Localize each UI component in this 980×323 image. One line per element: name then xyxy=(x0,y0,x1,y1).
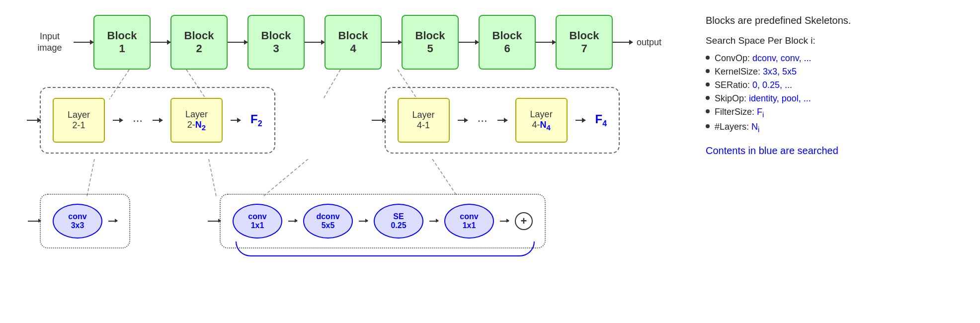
bullet-skipop: SkipOp: identity, pool, ... xyxy=(706,93,965,104)
f2-label: F2 xyxy=(250,112,262,128)
arrow-5 xyxy=(459,42,479,43)
mid-arrow-1a xyxy=(113,120,123,121)
bullet-seratio: SERatio: 0, 0.25, ... xyxy=(706,80,965,90)
panel-title: Blocks are predefined Skeletons. xyxy=(706,15,965,26)
block-box-3: Block 3 xyxy=(247,15,305,70)
bullet-dot-2 xyxy=(706,82,710,86)
bullet-list: ConvOp: dconv, conv, ... KernelSize: 3x3… xyxy=(706,53,965,133)
layer-4-n: Layer 4-N4 xyxy=(515,98,568,143)
bullet-seratio-text: SERatio: 0, 0.25, ... xyxy=(715,80,792,90)
layer-group-2: Layer 4-1 ··· Layer 4-N4 F4 xyxy=(385,87,620,154)
layer-group-1: Layer 2-1 ··· Layer 2-N2 F2 xyxy=(40,87,275,154)
layer-4-n-l2: 4-N4 xyxy=(532,120,550,132)
f4-sub: 4 xyxy=(602,119,607,128)
f4-label: F4 xyxy=(595,112,607,128)
block-5-line2: 5 xyxy=(427,42,433,55)
mid-arrow-2a xyxy=(458,120,468,121)
bullet-convop-value: dconv, conv, ... xyxy=(752,53,811,63)
output-label: output xyxy=(637,37,661,48)
block-box-7: Block 7 xyxy=(556,15,613,70)
entry-arrow-group1 xyxy=(27,120,41,121)
block-5-line1: Block xyxy=(415,29,445,42)
svg-line-7 xyxy=(432,159,457,196)
layer-2-1: Layer 2-1 xyxy=(53,98,105,143)
op-conv1x1a-l2: 1x1 xyxy=(251,221,264,230)
bullet-layers-value: Ni xyxy=(751,122,759,132)
ops-group-2: conv 1x1 dconv 5x5 SE 0.25 conv 1x1 xyxy=(220,194,546,248)
bullet-convop: ConvOp: dconv, conv, ... xyxy=(706,53,965,64)
layer-2-n-l2: 2-N2 xyxy=(187,120,206,132)
arrow-6 xyxy=(536,42,556,43)
layer-4-n-l1: Layer xyxy=(530,109,553,120)
bullet-kernelsize-text: KernelSize: 3x3, 5x5 xyxy=(715,67,797,77)
op-dconv5x5: dconv 5x5 xyxy=(303,204,353,239)
arrow-4 xyxy=(382,42,402,43)
plus-circle: + xyxy=(515,212,533,230)
entry-arrow-ops1 xyxy=(28,221,41,222)
layer-4-1-l2: 4-1 xyxy=(417,120,430,131)
block-7-line2: 7 xyxy=(581,42,587,55)
input-label: Input image xyxy=(30,31,70,54)
block-4-line2: 4 xyxy=(350,42,356,55)
diagram-area: Input image Block 1 Block 2 Block 3 xyxy=(0,0,696,323)
arrow-op1 xyxy=(288,221,297,222)
op-dconv5x5-l1: dconv xyxy=(316,212,339,221)
op-conv3x3-l1: conv xyxy=(68,212,86,221)
svg-line-4 xyxy=(87,159,94,196)
arrow-3 xyxy=(305,42,325,43)
bullet-dot-5 xyxy=(706,124,710,128)
bullet-filtersize: FilterSize: Fi xyxy=(706,107,965,119)
op-conv1x1b-l1: conv xyxy=(460,212,478,221)
entry-arrow-group2 xyxy=(372,120,386,121)
block-box-2: Block 2 xyxy=(170,15,228,70)
mid-arrow-2b xyxy=(497,120,507,121)
block-6-line2: 6 xyxy=(504,42,510,55)
op-conv3x3-l2: 3x3 xyxy=(71,221,84,230)
layer-4-1-l1: Layer xyxy=(412,110,435,120)
svg-line-5 xyxy=(209,159,216,196)
panel-subtitle: Search Space Per Block i: xyxy=(706,35,965,46)
block-3-line2: 3 xyxy=(273,42,279,55)
bullet-seratio-value: 0, 0.25, ... xyxy=(752,80,792,90)
entry-arrow-ops2 xyxy=(208,221,221,222)
n4-sub: 4 xyxy=(546,123,550,131)
bullet-layers: #Layers: Ni xyxy=(706,122,965,134)
block-1-line2: 1 xyxy=(119,42,125,55)
bullet-kernelsize-value: 3x3, 5x5 xyxy=(763,67,797,77)
mid-arrow-1b xyxy=(153,120,163,121)
arrow-op2 xyxy=(359,221,368,222)
bullet-dot-3 xyxy=(706,96,710,100)
layer-2-1-l1: Layer xyxy=(68,110,90,120)
fi-sub: i xyxy=(762,110,764,119)
dots-1: ··· xyxy=(133,113,143,127)
layer-2-1-l2: 2-1 xyxy=(72,120,85,131)
block-box-1: Block 1 xyxy=(93,15,151,70)
main-container: Input image Block 1 Block 2 Block 3 xyxy=(0,0,980,323)
arrow-7 xyxy=(613,42,633,43)
bullet-dot-4 xyxy=(706,109,710,113)
arrow-1 xyxy=(151,42,170,43)
exit-arrow-ops1 xyxy=(108,221,117,222)
arrow-2 xyxy=(228,42,247,43)
middle-section: Layer 2-1 ··· Layer 2-N2 F2 Layer 4-1 xyxy=(40,87,620,154)
op-conv1x1-b: conv 1x1 xyxy=(444,204,494,239)
op-se025-l2: 0.25 xyxy=(391,221,406,230)
bullet-dot-0 xyxy=(706,56,710,60)
bottom-section: conv 3x3 conv 1x1 dconv 5x5 xyxy=(40,194,546,248)
layer-2-n-l1: Layer xyxy=(185,109,208,120)
block-box-5: Block 5 xyxy=(402,15,459,70)
f2-sub: 2 xyxy=(258,119,262,128)
ni-sub: i xyxy=(758,125,759,133)
ops-group-1: conv 3x3 xyxy=(40,194,130,248)
arrow-op4 xyxy=(500,221,509,222)
block-box-6: Block 6 xyxy=(479,15,536,70)
bullet-skipop-value: identity, pool, ... xyxy=(749,93,811,103)
block-2-line1: Block xyxy=(184,29,214,42)
n4-bold: N4 xyxy=(540,120,550,132)
bullet-kernelsize: KernelSize: 3x3, 5x5 xyxy=(706,67,965,77)
bullet-convop-text: ConvOp: dconv, conv, ... xyxy=(715,53,811,64)
arrow-0 xyxy=(74,42,93,43)
arrow-op3 xyxy=(429,221,438,222)
n2-sub: 2 xyxy=(202,123,206,131)
block-7-line1: Block xyxy=(570,29,599,42)
